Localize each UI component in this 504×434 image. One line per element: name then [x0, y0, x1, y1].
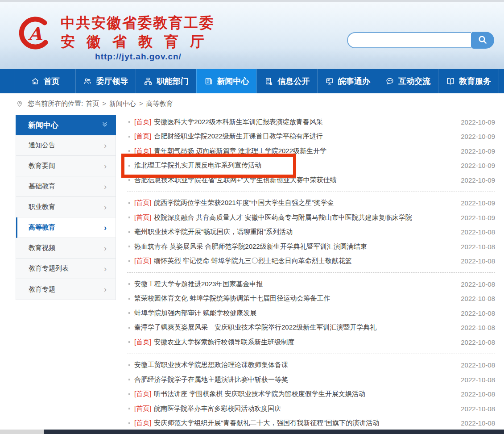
news-title[interactable]: 缅怀英烈 牢记使命 蚌埠学院九三〇烈士纪念日向革命烈士敬献花篮	[154, 257, 455, 265]
front-page-tag: [首页]	[134, 147, 151, 155]
news-list-item[interactable]: 合肥信息技术职业学院在省“互联网+”大学生创新创业大赛中荣获佳绩 2022-10…	[127, 173, 495, 188]
news-title[interactable]: 皖南医学院举办丰富多彩校园活动欢度国庆	[154, 405, 455, 413]
org-title-block: 中共安徽省委教育工委 安徽省教育厅 http://jyt.ah.gov.cn/	[61, 14, 216, 62]
news-title[interactable]: 合肥信息技术职业学院在省“互联网+”大学生创新创业大赛中荣获佳绩	[134, 176, 455, 184]
bullet-icon	[128, 379, 130, 380]
nav-item[interactable]: 互动交流	[378, 69, 438, 93]
news-date: 2022-10-08	[461, 257, 495, 265]
news-group-separator	[127, 354, 495, 354]
news-list-item[interactable]: [首页] 皖南医学院举办丰富多彩校园活动欢度国庆 2022-10-08	[127, 401, 495, 416]
news-date: 2022-10-08	[461, 324, 495, 331]
nav-item[interactable]: 首页	[15, 69, 75, 93]
news-title[interactable]: 安徽工贸职业技术学院思想政治理论课教师集体备课	[134, 361, 455, 369]
front-page-tag: [首页]	[134, 257, 151, 265]
news-list-item[interactable]: 亳州职业技术学院开展“畅玩国庆，话聊重阳”系列活动 2022-10-08	[127, 225, 495, 240]
front-page-tag: [首页]	[134, 132, 151, 141]
news-list-item[interactable]: [首页] 青年朝气昂扬 迈向崭新篇章 淮北理工学院2022级新生开学 2022-…	[127, 144, 495, 159]
sidebar-list: 通知公告 › 教育要闻 › 基础教育 › 职业教育 › 高等教育 ›	[16, 135, 116, 300]
double-chevron-down-icon	[101, 120, 109, 130]
chevron-right-icon: ›	[104, 265, 107, 273]
news-icon	[204, 77, 213, 86]
breadcrumb-link[interactable]: 首页	[86, 100, 99, 107]
news-list-item[interactable]: 安徽工贸职业技术学院思想政治理论课教师集体备课 2022-10-08	[127, 358, 495, 373]
bullet-icon	[128, 408, 130, 409]
news-title[interactable]: 淮北理工学院扎实开展反电诈系列宣传活动	[134, 161, 455, 170]
breadcrumb-link[interactable]: 新闻中心	[109, 100, 136, 107]
sidebar-item[interactable]: 职业教育 ›	[16, 197, 116, 217]
news-list-item[interactable]: [首页] 缅怀英烈 牢记使命 蚌埠学院九三〇烈士纪念日向革命烈士敬献花篮 202…	[127, 254, 495, 269]
news-date: 2022-10-08	[461, 338, 495, 346]
news-title[interactable]: 皖西学院两位学生荣获2021年度“中国大学生自强之星”奖学金	[154, 199, 455, 207]
news-title[interactable]: 合肥财经职业学院2022级新生开课首日教学平稳有序进行	[154, 132, 455, 141]
chevron-right-icon: ›	[104, 285, 107, 293]
news-list-item[interactable]: 蚌埠学院加强内部审计 赋能学校健康发展 2022-10-08	[127, 306, 495, 321]
departments-icon	[144, 77, 153, 86]
sidebar: 新闻中心 通知公告 › 教育要闻 › 基础教育 › 职业教育	[16, 115, 116, 300]
nav-item[interactable]: 新闻中心	[196, 69, 257, 93]
nav-item[interactable]: 职能部门	[136, 69, 196, 93]
news-title[interactable]: 亳州职业技术学院开展“畅玩国庆，话聊重阳”系列活动	[134, 228, 455, 236]
news-list-item[interactable]: 淮北理工学院扎实开展反电诈系列宣传活动 2022-10-09	[127, 159, 495, 173]
site-header: A 中共安徽省委教育工委 安徽省教育厅 http://jyt.ah.gov.cn…	[0, 2, 504, 69]
bullet-icon	[128, 364, 130, 366]
sidebar-header[interactable]: 新闻中心	[16, 115, 116, 135]
chevron-right-icon: ›	[104, 224, 107, 232]
bullet-icon	[128, 422, 130, 424]
news-date: 2022-10-08	[461, 295, 495, 302]
nav-item[interactable]: 信息公开	[256, 69, 317, 93]
nav-item[interactable]: 皖事通办	[317, 69, 378, 93]
sidebar-item[interactable]: 通知公告 ›	[16, 135, 116, 156]
search-button[interactable]	[471, 32, 494, 49]
news-list-item[interactable]: [首页] 安徽医科大学2022级本科新生军训汇报表演绽放青春风采 2022-10…	[127, 115, 495, 129]
nav-item-label: 皖事通办	[338, 76, 370, 87]
svg-text:A: A	[28, 23, 43, 44]
news-date: 2022-10-08	[461, 228, 495, 236]
nav-item-label: 职能部门	[157, 76, 189, 87]
news-title[interactable]: 热血筑青春 英姿展风采 合肥师范学院2022级新生开学典礼暨军训汇演圆满结束	[134, 242, 455, 251]
nav-item[interactable]: 委厅领导	[75, 69, 136, 93]
news-date: 2022-10-09	[461, 162, 495, 169]
news-title[interactable]: 安徽医科大学2022级本科新生军训汇报表演绽放青春风采	[154, 118, 455, 126]
sidebar-item[interactable]: 教育专题列表 ›	[16, 259, 116, 279]
news-date: 2022-10-09	[461, 147, 495, 155]
news-title[interactable]: 秦潭学子飒爽英姿展风采 安庆职业技术学院举行2022级新生军训汇演暨开学典礼	[134, 323, 455, 332]
news-title[interactable]: 校院深度融合 共育高质量人才 安徽中医药高专与附属马鞍山市中医院共建康复临床学院	[154, 213, 455, 222]
search-input[interactable]	[347, 32, 471, 48]
news-list-item[interactable]: [首页] 皖西学院两位学生荣获2021年度“中国大学生自强之星”奖学金 2022…	[127, 196, 495, 211]
news-title[interactable]: 蚌埠学院加强内部审计 赋能学校健康发展	[134, 309, 455, 317]
news-title[interactable]: 安庆师范大学组织开展“青春献礼二十大，强国有我新征程”国旗下的演讲活动	[154, 419, 455, 427]
org-title-line2: 安徽省教育厅	[61, 32, 216, 51]
news-date: 2022-10-08	[461, 405, 495, 413]
news-list-item[interactable]: [首页] 听书法讲座 学围棋象棋 安庆职业技术学院为留校度假学生开展文娱活动 2…	[127, 387, 495, 402]
news-title[interactable]: 青年朝气昂扬 迈向崭新篇章 淮北理工学院2022级新生开学	[154, 147, 455, 155]
news-title[interactable]: 安徽农业大学探索施行校领导联系新生班级制度	[154, 338, 455, 346]
news-list: [首页] 安徽医科大学2022级本科新生军训汇报表演绽放青春风采 2022-10…	[127, 115, 495, 430]
news-list-item[interactable]: [首页] 校院深度融合 共育高质量人才 安徽中医药高专与附属马鞍山市中医院共建康…	[127, 210, 495, 225]
news-list-item[interactable]: 繁荣校园体育文化 蚌埠学院统筹协调第十七届田径运动会筹备工作 2022-10-0…	[127, 292, 495, 306]
news-list-item[interactable]: [首页] 合肥财经职业学院2022级新生开课首日教学平稳有序进行 2022-10…	[127, 129, 495, 144]
news-title[interactable]: 繁荣校园体育文化 蚌埠学院统筹协调第十七届田径运动会筹备工作	[134, 294, 455, 303]
sidebar-item[interactable]: 教育视频 ›	[16, 238, 116, 259]
nav-item-label: 委厅领导	[96, 76, 128, 87]
news-list-item[interactable]: [首页] 安徽农业大学探索施行校领导联系新生班级制度 2022-10-08	[127, 335, 495, 350]
news-title[interactable]: 听书法讲座 学围棋象棋 安庆职业技术学院为留校度假学生开展文娱活动	[154, 390, 455, 398]
news-list-item[interactable]: [首页] 安庆师范大学组织开展“青春献礼二十大，强国有我新征程”国旗下的演讲活动…	[127, 416, 495, 431]
sidebar-item[interactable]: 高等教育 ›	[16, 217, 116, 238]
news-list-item[interactable]: 热血筑青春 英姿展风采 合肥师范学院2022级新生开学典礼暨军训汇演圆满结束 2…	[127, 239, 495, 254]
news-title[interactable]: 合肥经济学院学子在属地主题演讲比赛中斩获一等奖	[134, 376, 455, 384]
bullet-icon	[128, 231, 130, 233]
news-list-item[interactable]: 合肥经济学院学子在属地主题演讲比赛中斩获一等奖 2022-10-08	[127, 372, 495, 387]
search-icon	[477, 34, 488, 46]
sidebar-item[interactable]: 基础教育 ›	[16, 176, 116, 197]
site-logo[interactable]: A 中共安徽省委教育工委 安徽省教育厅 http://jyt.ah.gov.cn…	[15, 14, 216, 62]
news-list-item[interactable]: 秦潭学子飒爽英姿展风采 安庆职业技术学院举行2022级新生军训汇演暨开学典礼 2…	[127, 321, 495, 335]
sidebar-item[interactable]: 教育专题 ›	[16, 279, 116, 300]
news-title[interactable]: 安徽工程大学专题推进2023年国家基金申报	[134, 280, 455, 288]
sidebar-title: 新闻中心	[28, 120, 58, 130]
sidebar-item[interactable]: 教育要闻 ›	[16, 156, 116, 176]
bullet-icon	[128, 341, 130, 343]
breadcrumb-link[interactable]: 高等教育	[146, 100, 173, 107]
site-url: http://jyt.ah.gov.cn/	[61, 52, 216, 62]
nav-item[interactable]: 教育服务	[438, 69, 499, 93]
news-list-item[interactable]: 安徽工程大学专题推进2023年国家基金申报 2022-10-08	[127, 277, 495, 292]
